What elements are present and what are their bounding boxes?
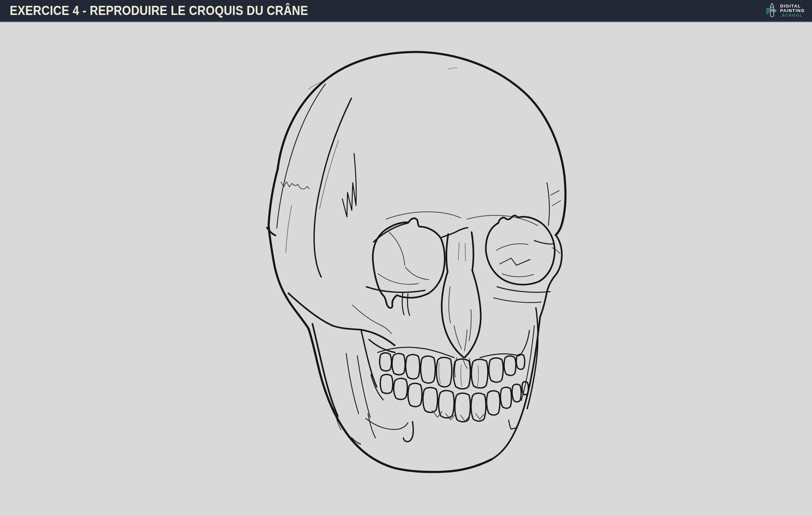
- nasal-aperture: [442, 232, 481, 369]
- logo-line-school: .SCHOOL: [780, 13, 805, 17]
- skull-sketch-illustration: [0, 0, 812, 516]
- logo-text: DIGITAL PAINTING .SCHOOL: [780, 4, 805, 17]
- logo-line-digital: DIGITAL: [780, 4, 805, 8]
- skull-outer-contour: [269, 52, 566, 472]
- drawing-canvas: [0, 0, 812, 516]
- chin-l-mark: [509, 420, 516, 429]
- right-eye-socket: [486, 216, 555, 284]
- title-bar: EXERCICE 4 - REPRODUIRE LE CROQUIS DU CR…: [0, 0, 812, 22]
- temporal-region: [277, 68, 457, 277]
- stylus-logo-icon: [766, 3, 778, 19]
- page-title: EXERCICE 4 - REPRODUIRE LE CROQUIS DU CR…: [10, 3, 308, 18]
- logo: DIGITAL PAINTING .SCHOOL: [766, 3, 805, 19]
- chin-j-mark: [403, 422, 413, 441]
- logo-line-painting: PAINTING: [780, 8, 805, 13]
- left-eye-socket: [373, 218, 445, 308]
- skull-right-side-contour: [267, 227, 562, 459]
- exercise-slide: { "header": { "title": "EXERCICE 4 - REP…: [0, 0, 812, 516]
- upper-teeth-row: [380, 353, 525, 389]
